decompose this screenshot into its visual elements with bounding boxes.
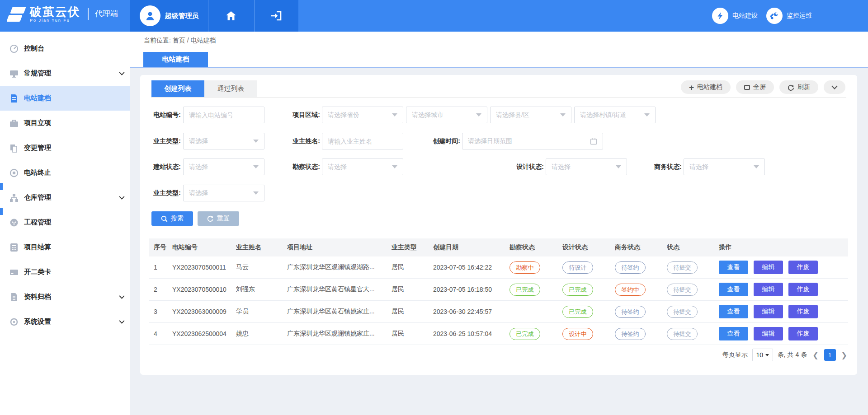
status-badge: 待提交 [667,284,698,296]
owner-name: 马云 [236,263,287,271]
logout-icon [270,11,282,21]
void-button[interactable]: 作废 [788,305,818,318]
logo-subtitle: Po Jian Yun Fu [30,18,80,23]
refresh-button[interactable]: 刷新 [779,80,818,94]
caret-down-icon [644,113,650,117]
column-header: 序号 [149,243,172,252]
survey-status-select[interactable]: 请选择 [322,159,403,175]
created-at: 2023-06-25 10:57:04 [433,330,509,337]
owner-name: 姚忠 [236,330,287,338]
create-time-range-input[interactable]: 请选择日期范围 [462,133,603,149]
person-icon [144,10,156,22]
sidebar-item-label: 开二类卡 [24,268,51,276]
view-button[interactable]: 查看 [719,283,748,296]
gauge-icon [9,44,19,54]
status-badge: 待提交 [667,328,698,340]
document-icon [9,93,19,103]
caret-down-icon [616,165,621,168]
pagination: 每页显示 10 条, 共 4 条 ❮ 1 ❯ [722,349,848,361]
breadcrumb-prefix: 当前位置: [144,37,171,44]
current-user[interactable]: 超级管理员 [130,0,208,32]
brand-logo: 破茧云伏 Po Jian Yun Fu 代理端 [7,5,118,23]
table-header-row: 序号电站编号业主姓名项目地址业主类型创建日期勘察状态设计状态商务状态状态操作 [149,238,848,256]
sidebar-item-1[interactable]: 常规管理 [0,61,130,86]
plus-icon: + [689,83,694,92]
edit-button[interactable]: 编辑 [754,327,783,340]
page-1-button[interactable]: 1 [824,349,836,361]
logout-button[interactable] [254,0,298,32]
breadcrumb-current[interactable]: 电站建档 [190,37,216,44]
table-row: 2YX2023070500010刘强东广东深圳龙华区黄石镇星官大...居民202… [149,279,848,301]
chevron-down-icon [119,320,125,324]
view-button[interactable]: 查看 [719,261,748,274]
build-status-select[interactable]: 请选择 [183,159,264,175]
refresh-icon [788,84,794,91]
sidebar-item-0[interactable]: 控制台 [0,36,130,61]
sidebar-item-8[interactable]: 项目结算 [0,235,130,260]
edit-button[interactable]: 编辑 [754,305,783,318]
view-button[interactable]: 查看 [719,305,748,318]
breadcrumb-home[interactable]: 首页 [173,37,185,44]
owner-type-select[interactable]: 请选择 [183,133,264,149]
sidebar-item-3[interactable]: 项目立项 [0,111,130,135]
prev-page-button[interactable]: ❮ [811,351,819,359]
add-station-button[interactable]: + 电站建档 [681,80,731,94]
per-page-label: 每页显示 [722,351,748,359]
column-header: 项目地址 [287,243,392,252]
nav-station-build[interactable]: 电站建设 [712,0,758,32]
nav-monitor-ops[interactable]: 监控运维 [766,0,812,32]
town-select[interactable]: 请选择村镇/街道 [574,107,656,123]
void-button[interactable]: 作废 [788,261,818,274]
sidebar-item-4[interactable]: 变更管理 [0,135,130,160]
sidebar-item-label: 工程管理 [24,218,51,227]
tab-create-list[interactable]: 创建列表 [151,80,204,97]
county-select[interactable]: 请选择县/区 [490,107,571,123]
station-no-input[interactable] [183,107,264,123]
status-badge: 签约中 [615,284,646,296]
edit-button[interactable]: 编辑 [754,261,783,274]
row-index: 4 [149,330,172,337]
home-button[interactable] [208,0,254,32]
sidebar-item-11[interactable]: 系统设置 [0,309,130,334]
owner-type2-select[interactable]: 请选择 [183,185,264,201]
owner-name-input[interactable] [322,133,403,149]
province-select[interactable]: 请选择省份 [322,107,403,123]
card-icon [9,267,19,277]
tab-passed-list[interactable]: 通过列表 [204,80,257,97]
chevron-down-icon [119,295,125,299]
edit-button[interactable]: 编辑 [754,283,783,296]
search-button[interactable]: 搜索 [151,211,193,226]
copy-icon [9,143,19,153]
sidebar-item-10[interactable]: 资料归档 [0,284,130,309]
void-button[interactable]: 作废 [788,327,818,340]
sidebar-item-7[interactable]: 工程管理 [0,210,130,235]
sidebar-item-6[interactable]: 仓库管理 [0,185,130,210]
sidebar-item-2[interactable]: 电站建档 [0,86,130,111]
void-button[interactable]: 作废 [788,283,818,296]
owner-type: 居民 [392,263,433,271]
next-page-button[interactable]: ❯ [840,351,848,359]
collapse-filters-button[interactable] [824,80,845,94]
status-badge: 待提交 [667,261,698,274]
sidebar-item-9[interactable]: 开二类卡 [0,260,130,284]
search-icon [161,215,168,222]
reset-button[interactable]: 重置 [198,211,239,226]
sidebar-item-label: 项目结算 [24,243,51,252]
owner-type-label: 业主类型: [140,133,181,149]
sidebar-item-label: 仓库管理 [24,193,51,202]
view-button[interactable]: 查看 [719,327,748,340]
design-status-select[interactable]: 请选择 [546,159,627,175]
city-select[interactable]: 请选择城市 [406,107,487,123]
per-page-select[interactable]: 10 [752,349,773,361]
sidebar-item-5[interactable]: 电站终止 [0,160,130,185]
lightning-icon [712,8,728,24]
fullscreen-button[interactable]: 全屏 [736,80,774,94]
business-status-select[interactable]: 请选择 [684,159,765,175]
project-address: 广东深圳龙华区黄石镇星官大... [287,285,392,294]
station-no: YX2023062500004 [172,330,236,337]
row-index: 1 [149,264,172,271]
total-count-label: 条, 共 4 条 [778,351,807,359]
status-badge: 已完成 [509,284,540,296]
sidebar-menu: 控制台常规管理电站建档项目立项变更管理电站终止仓库管理工程管理项目结算开二类卡资… [0,36,130,334]
page-tab-station-archive[interactable]: 电站建档 [143,52,208,67]
